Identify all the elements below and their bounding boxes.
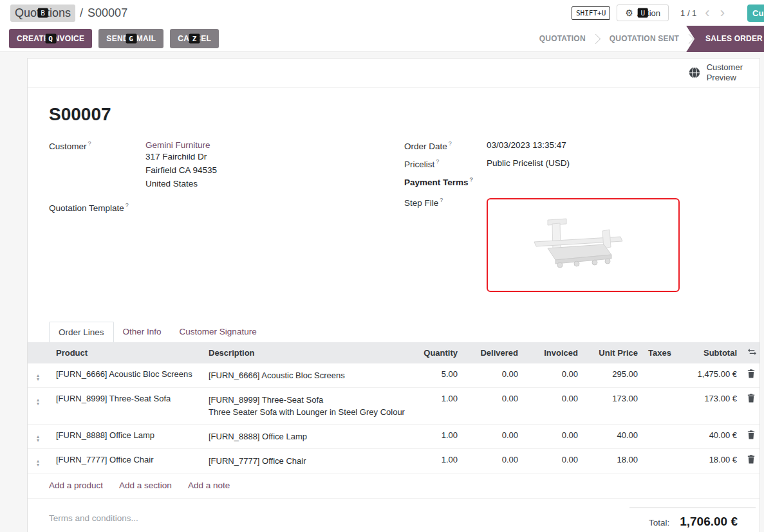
form-fields: Customer? Gemini Furniture 317 Fairchild… [49, 140, 738, 302]
cell-description[interactable]: [FURN_7777] Office Chair [203, 449, 414, 473]
globe-icon [688, 66, 701, 79]
record-title: S00007 [49, 104, 738, 125]
order-line-row[interactable]: ▴▾ [FURN_6666] Acoustic Bloc Screens [FU… [28, 363, 759, 388]
total-value: 1,706.00 € [680, 515, 738, 529]
drag-handle-icon[interactable]: ▴▾ [33, 374, 39, 381]
table-header-row: Product Description Quantity Delivered I… [28, 342, 759, 363]
pager-counter: 1 / 1 [680, 8, 696, 18]
address-line: Fairfield CA 94535 [145, 163, 217, 177]
order-date-value[interactable]: 03/03/2023 13:35:47 [487, 140, 566, 152]
status-quotation[interactable]: QUOTATION [530, 26, 595, 52]
cell-taxes[interactable] [643, 388, 680, 425]
cell-quantity[interactable]: 1.00 [414, 388, 463, 425]
handle-column-header [28, 342, 51, 363]
cell-invoiced[interactable]: 0.00 [523, 388, 583, 425]
pager-previous-button[interactable]: ‹ [703, 6, 711, 20]
help-icon: ? [88, 140, 91, 147]
order-line-row[interactable]: ▴▾ [FURN_8888] Office Lamp [FURN_8888] O… [28, 425, 759, 449]
cell-product[interactable]: [FURN_8999] Three-Seat Sofa [51, 388, 203, 425]
add-section-link[interactable]: Add a section [119, 481, 172, 490]
cell-invoiced[interactable]: 0.00 [523, 425, 583, 449]
help-icon: ? [470, 176, 474, 183]
breadcrumb: Quotations B / S00007 [10, 5, 127, 22]
cell-unit-price[interactable]: 295.00 [583, 363, 643, 388]
corner-cut-button[interactable]: Cu [747, 5, 764, 22]
cell-quantity[interactable]: 1.00 [414, 449, 463, 473]
order-line-row[interactable]: ▴▾ [FURN_7777] Office Chair [FURN_7777] … [28, 449, 759, 473]
order-lines-table: Product Description Quantity Delivered I… [28, 342, 759, 473]
cell-taxes[interactable] [643, 363, 680, 388]
delete-line-button[interactable] [742, 449, 759, 473]
create-invoice-button[interactable]: CREATE INVOICE Q [9, 29, 92, 48]
optional-columns-toggle-button[interactable] [742, 342, 759, 363]
drag-handle-icon[interactable]: ▴▾ [33, 398, 39, 406]
drag-handle-icon[interactable]: ▴▾ [33, 459, 39, 467]
delete-line-button[interactable] [742, 388, 759, 425]
cancel-button[interactable]: CANCEL Z [170, 29, 219, 48]
add-note-link[interactable]: Add a note [188, 481, 230, 490]
breadcrumb-current-record: S00007 [88, 6, 127, 20]
add-product-link[interactable]: Add a product [49, 481, 103, 490]
cell-delivered[interactable]: 0.00 [463, 388, 523, 425]
shortcut-badge-z: Z [189, 34, 200, 44]
breadcrumb-bar: Quotations B / S00007 SHIFT+U ⚙ Action U… [0, 0, 764, 26]
terms-placeholder[interactable]: Terms and conditions... [49, 499, 138, 532]
cell-delivered[interactable]: 0.00 [463, 363, 523, 388]
send-email-button[interactable]: SEND EMAIL G [98, 29, 163, 48]
delete-line-button[interactable] [742, 363, 759, 388]
payment-terms-label: Payment Terms? [404, 176, 487, 187]
tab-order-lines[interactable]: Order Lines [49, 322, 114, 342]
cell-subtotal: 173.00 € [680, 388, 742, 425]
cell-product[interactable]: [FURN_8888] Office Lamp [51, 425, 203, 449]
form-sheet: Customer Preview S00007 Customer? Gemini… [27, 58, 760, 532]
column-header-taxes: Taxes [643, 342, 680, 363]
step-file-label: Step File? [404, 197, 487, 208]
tab-other-info[interactable]: Other Info [114, 322, 171, 342]
trash-icon [747, 455, 755, 464]
tab-customer-signature[interactable]: Customer Signature [171, 322, 266, 342]
drag-handle-icon[interactable]: ▴▾ [33, 435, 39, 443]
cell-description[interactable]: [FURN_8888] Office Lamp [203, 425, 414, 449]
cell-product[interactable]: [FURN_7777] Office Chair [51, 449, 203, 473]
cell-description[interactable]: [FURN_6666] Acoustic Bloc Screens [203, 363, 414, 388]
cell-product[interactable]: [FURN_6666] Acoustic Bloc Screens [51, 363, 203, 388]
pricelist-value[interactable]: Public Pricelist (USD) [487, 158, 570, 170]
customer-address: 317 Fairchild Dr Fairfield CA 94535 Unit… [145, 150, 217, 190]
column-header-quantity: Quantity [414, 342, 463, 363]
cell-quantity[interactable]: 5.00 [414, 363, 463, 388]
pager-next-button[interactable]: › [718, 6, 727, 20]
help-icon: ? [449, 140, 452, 147]
cell-description[interactable]: [FURN_8999] Three-Seat Sofa Three Seater… [203, 388, 414, 425]
cell-taxes[interactable] [643, 425, 680, 449]
cell-unit-price[interactable]: 18.00 [583, 449, 643, 473]
delete-line-button[interactable] [742, 425, 759, 449]
shortcut-badge-q: Q [45, 34, 56, 44]
pricelist-label: Pricelist? [404, 158, 487, 169]
customer-link[interactable]: Gemini Furniture [145, 140, 210, 150]
cell-invoiced[interactable]: 0.00 [523, 449, 583, 473]
address-line: United States [145, 177, 217, 190]
customer-preview-button[interactable]: Customer Preview [688, 62, 743, 83]
shortcut-badge-g: G [126, 34, 136, 44]
cell-unit-price[interactable]: 173.00 [583, 388, 643, 425]
cell-taxes[interactable] [643, 449, 680, 473]
cell-unit-price[interactable]: 40.00 [583, 425, 643, 449]
cell-invoiced[interactable]: 0.00 [523, 363, 583, 388]
address-line: 317 Fairchild Dr [145, 150, 217, 163]
action-menu-button[interactable]: ⚙ Action U [617, 5, 669, 21]
shortcut-badge-u: U [637, 8, 648, 18]
step-file-image[interactable] [487, 198, 680, 292]
trash-icon [747, 430, 755, 439]
status-quotation-sent[interactable]: QUOTATION SENT [601, 26, 688, 52]
cell-delivered[interactable]: 0.00 [463, 425, 523, 449]
cell-delivered[interactable]: 0.00 [463, 449, 523, 473]
status-sales-order-active[interactable]: SALES ORDER [686, 26, 764, 52]
help-icon: ? [126, 202, 129, 208]
cell-quantity[interactable]: 1.00 [414, 425, 463, 449]
gear-icon: ⚙ [625, 8, 633, 18]
column-header-delivered: Delivered [463, 342, 523, 363]
order-line-row[interactable]: ▴▾ [FURN_8999] Three-Seat Sofa [FURN_899… [28, 388, 759, 425]
breadcrumb-item-quotations[interactable]: Quotations B [10, 5, 75, 22]
shortcut-badge-b: B [37, 8, 48, 18]
sheet-footer: Terms and conditions... Total: 1,706.00 … [28, 499, 759, 532]
